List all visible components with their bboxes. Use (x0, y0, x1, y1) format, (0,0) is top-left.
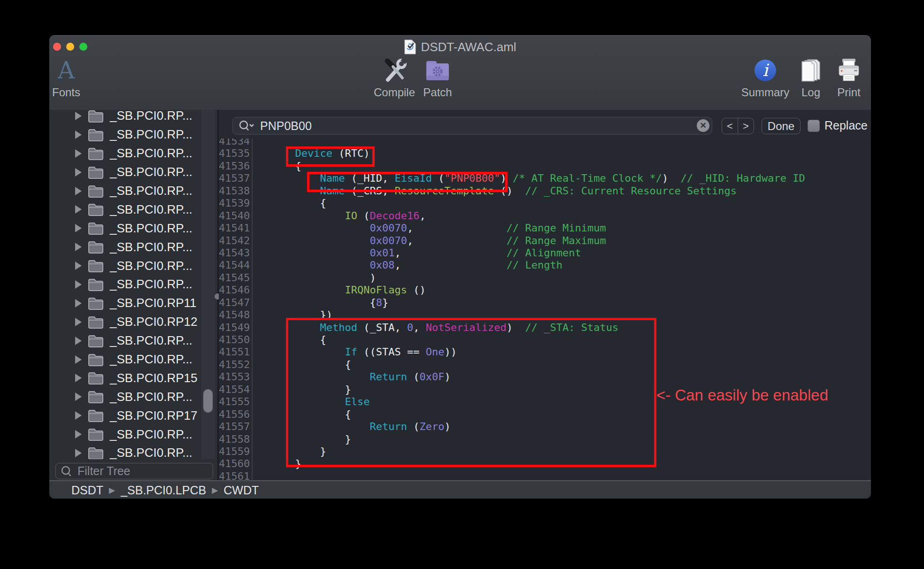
breadcrumb-separator-icon: ▶ (109, 485, 115, 495)
clear-search-button[interactable]: ✕ (697, 119, 709, 132)
sidebar-item[interactable]: _SB.PCI0.RP... (49, 200, 200, 219)
sidebar-item[interactable]: _SB.PCI0.RP11 (49, 294, 200, 313)
status-bar: DSDT▶_SB.PCI0.LPCB▶CWDT (49, 480, 871, 499)
disclosure-triangle-icon[interactable] (75, 168, 82, 177)
sidebar-item-label: _SB.PCI0.RP... (110, 259, 192, 273)
window-header: DSDT-AWAC.aml A Fonts Compile (49, 36, 871, 110)
line-number: 41539 (219, 197, 253, 209)
line-number: 41556 (219, 408, 253, 421)
toolbar-item-fonts[interactable]: A Fonts (49, 57, 92, 98)
folder-icon (88, 166, 104, 179)
code-line[interactable]: 41542 0x0070, // Range Maximum (219, 235, 871, 247)
sidebar-item[interactable]: _SB.PCI0.RP17 (49, 406, 200, 425)
sidebar-item[interactable]: _SB.PCI0.RP... (49, 238, 200, 256)
code-line[interactable]: 41540 IO (Decode16, (219, 210, 871, 222)
toolbar-item-patch[interactable]: Patch (412, 57, 463, 98)
disclosure-triangle-icon[interactable] (75, 112, 82, 120)
disclosure-triangle-icon[interactable] (75, 261, 82, 270)
disclosure-triangle-icon[interactable] (75, 374, 82, 382)
breadcrumb: DSDT▶_SB.PCI0.LPCB▶CWDT (71, 484, 259, 497)
compile-label: Compile (374, 87, 415, 98)
disclosure-triangle-icon[interactable] (75, 430, 82, 438)
folder-icon (88, 147, 104, 160)
folder-icon (88, 297, 104, 310)
find-next-button[interactable]: > (738, 118, 754, 134)
titlebar: DSDT-AWAC.aml (49, 39, 871, 54)
disclosure-triangle-icon[interactable] (75, 149, 82, 158)
sidebar-item[interactable]: _SB.PCI0.RP... (49, 387, 200, 406)
disclosure-triangle-icon[interactable] (75, 205, 82, 214)
code-line[interactable]: 41541 0x0070, // Range Minimum (219, 222, 871, 234)
sidebar-item-label: _SB.PCI0.RP... (110, 277, 192, 292)
sidebar-item[interactable]: _SB.PCI0.RP... (49, 125, 200, 144)
disclosure-triangle-icon[interactable] (75, 355, 82, 364)
sidebar-item[interactable]: _SB.PCI0.RP12 (49, 313, 200, 331)
disclosure-triangle-icon[interactable] (75, 243, 82, 251)
line-number: 41536 (219, 160, 253, 172)
line-number: 41537 (219, 172, 253, 185)
code-line[interactable]: 41545 ) (219, 272, 871, 284)
sidebar-item-label: _SB.PCI0.RP... (110, 127, 192, 142)
filter-placeholder: Filter Tree (77, 464, 131, 478)
sidebar-item[interactable]: _SB.PCI0.RP... (49, 350, 200, 369)
code-line[interactable]: 41547 {8} (219, 297, 871, 309)
code-text: IO (Decode16, (253, 210, 426, 222)
breadcrumb-item[interactable]: CWDT (223, 484, 259, 497)
code-text (253, 470, 258, 480)
sidebar-item-label: _SB.PCI0.RP15 (110, 371, 197, 385)
line-number: 41559 (219, 446, 253, 458)
sidebar-item[interactable]: _SB.PCI0.RP... (49, 425, 200, 444)
line-number: 41555 (219, 396, 253, 408)
done-button[interactable]: Done (762, 118, 801, 134)
search-input[interactable]: PNP0B00 (232, 117, 712, 135)
print-label: Print (837, 87, 860, 98)
folder-icon (88, 203, 104, 216)
sidebar-item[interactable]: _SB.PCI0.RP... (49, 144, 200, 163)
disclosure-triangle-icon[interactable] (75, 299, 82, 308)
code-line[interactable]: 41561 (219, 470, 871, 480)
sidebar-item[interactable]: _SB.PCI0.RP... (49, 163, 200, 182)
disclosure-triangle-icon[interactable] (75, 337, 82, 345)
sidebar-item-label: _SB.PCI0.RP... (110, 427, 192, 442)
folder-icon (88, 428, 104, 441)
breadcrumb-item[interactable]: _SB.PCI0.LPCB (121, 484, 206, 497)
print-icon (835, 57, 862, 84)
disclosure-triangle-icon[interactable] (75, 187, 82, 195)
code-line[interactable]: 41543 0x01, // Alignment (219, 247, 871, 259)
toolbar-item-summary[interactable]: i Summary (739, 57, 791, 98)
disclosure-triangle-icon[interactable] (75, 280, 82, 289)
search-icon (239, 120, 254, 132)
line-number: 41552 (219, 359, 253, 371)
sidebar-item-label: _SB.PCI0.RP... (110, 333, 192, 348)
replace-checkbox[interactable] (808, 120, 820, 132)
line-number: 41544 (219, 259, 253, 271)
sidebar-item[interactable]: _SB.PCI0.RP... (49, 331, 200, 350)
disclosure-triangle-icon[interactable] (75, 449, 82, 457)
toolbar-item-print[interactable]: Print (823, 57, 871, 98)
disclosure-triangle-icon[interactable] (75, 392, 82, 401)
breadcrumb-item[interactable]: DSDT (71, 484, 103, 497)
line-number: 41548 (219, 309, 253, 321)
code-line[interactable]: 41539 { (219, 197, 871, 209)
clear-icon: ✕ (700, 121, 706, 131)
app-window: DSDT-AWAC.aml A Fonts Compile (49, 35, 871, 499)
line-number: 41551 (219, 346, 253, 358)
sidebar-item[interactable]: _SB.PCI0.RP... (49, 275, 200, 294)
folder-icon (88, 259, 104, 272)
disclosure-triangle-icon[interactable] (75, 411, 82, 420)
disclosure-triangle-icon[interactable] (75, 224, 82, 232)
code-line[interactable]: 41546 IRQNoFlags () (219, 284, 871, 296)
disclosure-triangle-icon[interactable] (75, 131, 82, 139)
filter-tree-input[interactable]: Filter Tree (55, 463, 213, 479)
sidebar-item[interactable]: _SB.PCI0.RP... (49, 219, 200, 238)
sidebar-item[interactable]: _SB.PCI0.RP... (49, 110, 200, 125)
sidebar-item[interactable]: _SB.PCI0.RP15 (49, 369, 200, 387)
sidebar-scrollbar-thumb[interactable] (203, 389, 213, 413)
line-number: 41542 (219, 235, 253, 247)
folder-icon (88, 390, 104, 403)
disclosure-triangle-icon[interactable] (75, 318, 82, 326)
sidebar-item[interactable]: _SB.PCI0.RP... (49, 256, 200, 275)
code-line[interactable]: 41544 0x08, // Length (219, 259, 871, 271)
find-previous-button[interactable]: < (722, 118, 738, 134)
sidebar-item[interactable]: _SB.PCI0.RP... (49, 182, 200, 200)
